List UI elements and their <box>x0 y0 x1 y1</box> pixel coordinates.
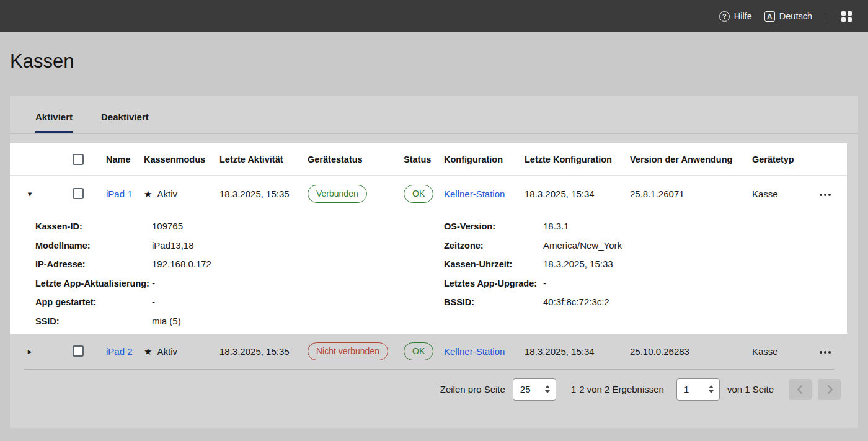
topbar: ? Hilfe A Deutsch <box>0 0 868 32</box>
col-header-kassenmodus: Kassenmodus <box>144 154 219 164</box>
row-details-panel: Kassen-ID:109765 Modellname:iPad13,18 IP… <box>10 212 847 334</box>
col-header-version: Version der Anwendung <box>630 154 752 164</box>
rows-per-page-select[interactable]: 25 <box>513 378 556 401</box>
geraetestatus-badge: Nicht verbunden <box>308 342 388 360</box>
letzte-aktivitaet-value: 18.3.2025, 15:35 <box>219 346 308 357</box>
detail-label: Zeitzone: <box>444 239 543 252</box>
kassenmodus-value: Aktiv <box>157 189 177 199</box>
rows-per-page-value: 25 <box>520 384 531 394</box>
table-row: ▸ iPad 2 ★ Aktiv 18.3.2025, 15:35 Nicht … <box>10 334 847 369</box>
detail-value: 40:3f:8c:72:3c:2 <box>543 296 622 308</box>
detail-label: Modellname: <box>35 239 152 252</box>
letzte-konfiguration-value: 18.3.2025, 15:34 <box>525 346 630 357</box>
kassenmodus-value: Aktiv <box>157 346 177 357</box>
expand-row-icon[interactable]: ▸ <box>28 347 32 355</box>
detail-value: 18.3.2025, 15:33 <box>543 258 622 270</box>
details-left-column: Kassen-ID:109765 Modellname:iPad13,18 IP… <box>35 220 444 327</box>
col-header-status: Status <box>404 154 444 164</box>
konfiguration-link[interactable]: Kellner-Station <box>444 346 505 357</box>
tabs: Aktiviert Deaktiviert <box>10 96 858 134</box>
col-header-letzte-aktivitaet: Letzte Aktivität <box>219 154 308 164</box>
prev-page-button[interactable] <box>789 379 812 400</box>
detail-label: Letzte App-Aktualisierung: <box>35 277 152 290</box>
detail-value: - <box>152 277 444 290</box>
language-button[interactable]: A Deutsch <box>764 11 812 22</box>
konfiguration-link[interactable]: Kellner-Station <box>444 189 505 199</box>
page-select[interactable]: 1 <box>676 378 720 401</box>
geraetestatus-badge: Verbunden <box>308 185 367 203</box>
detail-value: America/New_York <box>543 239 622 252</box>
detail-value: 192.168.0.172 <box>152 258 444 270</box>
tab-deaktiviert[interactable]: Deaktiviert <box>101 112 149 133</box>
help-icon: ? <box>719 11 730 22</box>
status-badge: OK <box>404 342 433 360</box>
results-count-text: 1-2 von 2 Ergebnissen <box>571 384 664 394</box>
col-header-geraetetyp: Gerätetyp <box>752 154 818 164</box>
row-checkbox[interactable] <box>73 188 84 199</box>
detail-value: 18.3.1 <box>543 220 622 233</box>
table-expanded-block: Name Kassenmodus Letzte Aktivität Geräte… <box>10 143 847 334</box>
spinner-icon <box>709 385 714 393</box>
kassen-card: Aktiviert Deaktiviert Name Kassenmodus L… <box>10 96 858 428</box>
row-actions-menu[interactable] <box>818 190 832 200</box>
chevron-left-icon <box>794 383 807 396</box>
device-name-link[interactable]: iPad 2 <box>106 346 133 357</box>
table-header-row: Name Kassenmodus Letzte Aktivität Geräte… <box>10 143 847 176</box>
language-label: Deutsch <box>779 11 812 21</box>
geraetetyp-value: Kasse <box>752 189 818 199</box>
page-select-value: 1 <box>684 384 689 394</box>
col-header-letzte-konfiguration: Letzte Konfiguration <box>525 154 630 164</box>
detail-label: OS-Version: <box>444 220 543 233</box>
detail-value: - <box>152 296 444 308</box>
page-total-text: von 1 Seite <box>727 384 774 394</box>
col-header-name: Name <box>106 154 144 164</box>
app-grid-icon[interactable] <box>841 11 852 22</box>
letzte-konfiguration-value: 18.3.2025, 15:34 <box>525 189 630 199</box>
star-icon: ★ <box>144 189 152 198</box>
detail-value: - <box>543 277 622 290</box>
table-row: ▾ iPad 1 ★ Aktiv 18.3.2025, 15:35 Verbun… <box>10 176 847 212</box>
status-badge: OK <box>404 185 433 203</box>
row-actions-menu[interactable] <box>818 347 832 357</box>
chevron-right-icon <box>823 383 836 396</box>
rows-per-page-label: Zeilen pro Seite <box>440 384 505 394</box>
detail-label: SSID: <box>35 315 152 327</box>
tab-aktiviert[interactable]: Aktiviert <box>35 112 73 133</box>
version-value: 25.8.1.26071 <box>630 189 752 199</box>
select-all-checkbox[interactable] <box>73 154 84 165</box>
col-header-konfiguration: Konfiguration <box>444 154 525 164</box>
detail-label: Letztes App-Upgrade: <box>444 277 543 290</box>
collapse-row-icon[interactable]: ▾ <box>28 190 32 198</box>
letzte-aktivitaet-value: 18.3.2025, 15:35 <box>219 189 308 199</box>
detail-value: mia (5) <box>152 315 444 327</box>
detail-value: iPad13,18 <box>152 239 444 252</box>
detail-label: Kassen-Uhrzeit: <box>444 258 543 270</box>
spinner-icon <box>545 385 550 393</box>
version-value: 25.10.0.26283 <box>630 346 752 357</box>
detail-label: Kassen-ID: <box>35 220 152 233</box>
help-button[interactable]: ? Hilfe <box>719 11 752 22</box>
topbar-divider <box>825 11 825 22</box>
row-checkbox[interactable] <box>73 345 84 357</box>
detail-label: App gestartet: <box>35 296 152 308</box>
pagination-bar: Zeilen pro Seite 25 1-2 von 2 Ergebnisse… <box>10 370 858 409</box>
col-header-geraetestatus: Gerätestatus <box>308 154 404 164</box>
geraetetyp-value: Kasse <box>752 346 818 357</box>
detail-label: BSSID: <box>444 296 543 308</box>
language-icon: A <box>764 11 775 22</box>
detail-value: 109765 <box>152 220 444 233</box>
help-label: Hilfe <box>734 11 752 21</box>
page-title: Kassen <box>10 50 868 73</box>
details-right-column: OS-Version:18.3.1 Zeitzone:America/New_Y… <box>444 220 622 327</box>
device-name-link[interactable]: iPad 1 <box>106 189 133 199</box>
detail-label: IP-Adresse: <box>35 258 152 270</box>
star-icon: ★ <box>144 347 152 356</box>
next-page-button[interactable] <box>818 379 841 400</box>
